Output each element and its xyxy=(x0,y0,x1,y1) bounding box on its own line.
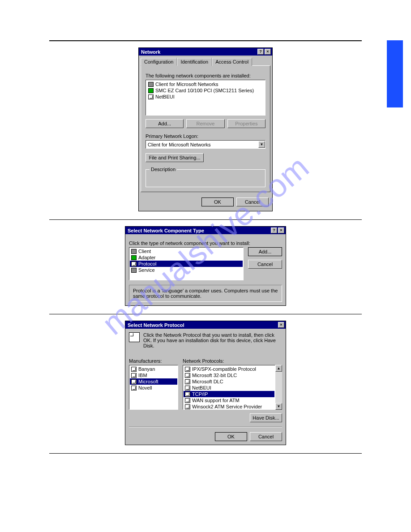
client-icon xyxy=(148,82,154,87)
ok-button[interactable]: OK xyxy=(201,197,234,206)
protocol-icon xyxy=(131,367,137,372)
list-item-label: Protocol xyxy=(138,261,156,267)
help-button[interactable]: ? xyxy=(271,227,277,233)
list-item[interactable]: Novell xyxy=(130,385,177,391)
logon-label: Primary Network Logon: xyxy=(146,133,265,139)
ok-button[interactable]: OK xyxy=(215,432,247,441)
network-titlebar[interactable]: Network ? × xyxy=(139,48,272,56)
adapter-icon xyxy=(148,88,154,93)
list-item-label: IPX/SPX-compatible Protocol xyxy=(192,366,256,372)
tab-configuration[interactable]: Configuration xyxy=(141,58,177,66)
list-item-label: Client xyxy=(138,248,151,254)
list-item[interactable]: IPX/SPX-compatible Protocol xyxy=(184,366,274,372)
service-icon xyxy=(131,268,137,273)
protocol-icon xyxy=(131,373,137,378)
component-type-title: Select Network Component Type xyxy=(127,228,270,233)
network-tabs: Configuration Identification Access Cont… xyxy=(139,56,272,65)
components-listbox[interactable]: Client for Microsoft Networks SMC EZ Car… xyxy=(146,80,265,116)
protocols-listbox[interactable]: IPX/SPX-compatible Protocol Microsoft 32… xyxy=(183,365,275,410)
list-item[interactable]: Winsock2 ATM Service Provider xyxy=(184,403,274,410)
component-type-dialog: Select Network Component Type ? × Click … xyxy=(125,226,286,306)
cancel-button[interactable]: Cancel xyxy=(236,197,269,206)
list-item[interactable]: Protocol xyxy=(130,261,243,267)
list-item[interactable]: Microsoft xyxy=(130,378,177,385)
cancel-button[interactable]: Cancel xyxy=(248,260,282,269)
network-dialog: Network ? × Configuration Identification… xyxy=(138,47,273,211)
list-item[interactable]: Client xyxy=(130,248,243,254)
network-tabpanel: The following network components are ins… xyxy=(141,65,270,192)
tab-identification[interactable]: Identification xyxy=(177,58,212,66)
add-button[interactable]: Add... xyxy=(146,119,184,128)
list-item-label: Client for Microsoft Networks xyxy=(155,81,218,87)
protocol-icon xyxy=(185,398,190,403)
list-item[interactable]: Microsoft DLC xyxy=(184,378,274,385)
close-button[interactable]: × xyxy=(278,227,284,233)
close-button[interactable]: × xyxy=(278,322,284,328)
manufacturers-listbox[interactable]: Banyan IBM Microsoft Novell xyxy=(129,365,178,410)
scroll-up-icon[interactable]: ▲ xyxy=(275,365,282,372)
list-item[interactable]: Adapter xyxy=(130,254,243,261)
protocol-icon xyxy=(185,373,190,378)
tab-access-control[interactable]: Access Control xyxy=(212,58,252,66)
have-disk-button[interactable]: Have Disk... xyxy=(250,413,282,422)
component-type-titlebar[interactable]: Select Network Component Type ? × xyxy=(125,227,286,234)
list-item-label: NetBEUI xyxy=(155,94,175,100)
close-button[interactable]: × xyxy=(265,49,271,55)
protocols-label: Network Protocols: xyxy=(183,358,282,364)
properties-button[interactable]: Properties xyxy=(227,119,265,128)
protocol-icon xyxy=(185,404,190,409)
protocol-icon xyxy=(185,379,190,384)
list-item[interactable]: Client for Microsoft Networks xyxy=(147,81,264,87)
select-protocol-titlebar[interactable]: Select Network Protocol × xyxy=(125,321,286,329)
divider xyxy=(49,453,362,454)
manufacturers-label: Manufacturers: xyxy=(129,358,178,364)
list-item-label: TCP/IP xyxy=(192,391,208,397)
list-item[interactable]: NetBEUI xyxy=(147,94,264,100)
divider xyxy=(49,40,362,41)
list-item[interactable]: SMC EZ Card 10/100 PCI (SMC1211 Series) xyxy=(147,87,264,94)
primary-logon-dropdown[interactable]: Client for Microsoft Networks ▼ xyxy=(146,140,265,149)
file-print-sharing-button[interactable]: File and Print Sharing... xyxy=(146,153,204,162)
protocols-scrollbar[interactable]: ▲ ▼ xyxy=(275,365,282,410)
remove-button[interactable]: Remove xyxy=(186,119,224,128)
list-item-label: Winsock2 ATM Service Provider xyxy=(192,403,262,410)
list-item[interactable]: Microsoft 32-bit DLC xyxy=(184,372,274,378)
list-item[interactable]: Banyan xyxy=(130,366,177,372)
list-item-label: Microsoft DLC xyxy=(192,378,223,385)
hint-text: Protocol is a 'language' a computer uses… xyxy=(133,288,278,299)
protocol-icon xyxy=(148,94,154,99)
select-protocol-dialog: Select Network Protocol × Click the Netw… xyxy=(125,321,286,445)
list-item[interactable]: TCP/IP xyxy=(184,391,274,397)
list-item[interactable]: WAN support for ATM xyxy=(184,397,274,403)
protocol-icon xyxy=(131,386,137,390)
network-title: Network xyxy=(140,49,257,55)
list-item-label: Adapter xyxy=(138,254,156,261)
list-item-label: IBM xyxy=(138,372,147,378)
component-type-listbox[interactable]: Client Adapter Protocol Service xyxy=(129,247,244,280)
divider xyxy=(49,219,362,220)
page-side-tab xyxy=(387,40,403,107)
list-item[interactable]: IBM xyxy=(130,372,177,378)
list-item-label: Microsoft xyxy=(138,378,158,385)
client-icon xyxy=(131,249,137,254)
protocol-icon xyxy=(131,262,137,266)
protocol-icon xyxy=(185,386,190,390)
help-button[interactable]: ? xyxy=(257,49,264,55)
protocol-icon xyxy=(185,367,190,372)
scroll-track[interactable] xyxy=(275,372,282,403)
list-item-label: Service xyxy=(138,267,155,273)
list-item-label: NetBEUI xyxy=(192,385,211,391)
protocol-icon xyxy=(131,379,137,384)
components-label: The following network components are ins… xyxy=(146,73,265,78)
cancel-button[interactable]: Cancel xyxy=(250,432,282,441)
description-legend: Description xyxy=(150,167,177,172)
dropdown-value: Client for Microsoft Networks xyxy=(146,142,258,147)
list-item-label: SMC EZ Card 10/100 PCI (SMC1211 Series) xyxy=(155,87,254,94)
chevron-down-icon[interactable]: ▼ xyxy=(258,141,265,148)
scroll-down-icon[interactable]: ▼ xyxy=(275,403,282,410)
protocol-icon xyxy=(185,392,190,397)
add-button[interactable]: Add... xyxy=(248,247,282,256)
list-item[interactable]: NetBEUI xyxy=(184,385,274,391)
component-type-hint: Protocol is a 'language' a computer uses… xyxy=(129,285,282,302)
list-item[interactable]: Service xyxy=(130,267,243,273)
